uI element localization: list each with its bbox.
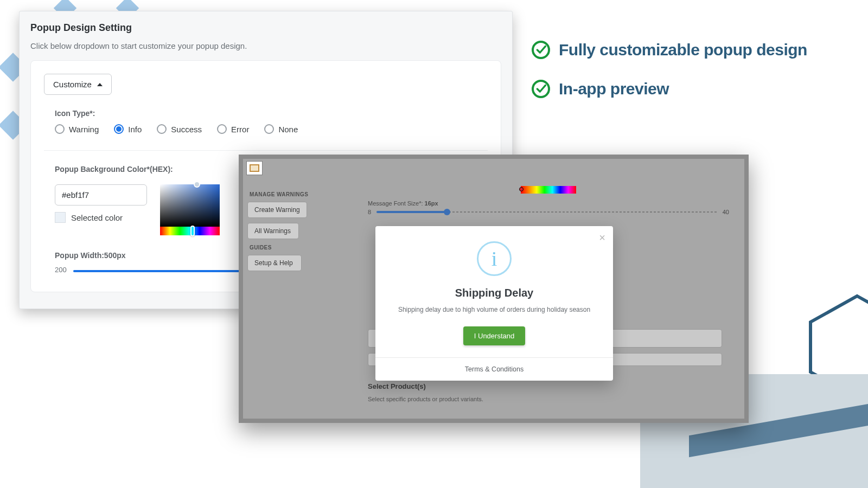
fontsize-slider[interactable]: 8 40 bbox=[368, 209, 729, 215]
radio-success-label: Success bbox=[171, 125, 202, 134]
popup-footer-link[interactable]: Terms & Conditions bbox=[375, 357, 613, 381]
sidebar-section-manage: MANAGE WARNINGS bbox=[250, 191, 346, 197]
radio-success[interactable]: Success bbox=[157, 124, 202, 134]
color-picker[interactable] bbox=[160, 184, 220, 235]
sidebar-item-create-warning[interactable]: Create Warning bbox=[247, 202, 307, 218]
icon-type-radio-group: Warning Info Success Error None bbox=[55, 124, 488, 134]
color-picker-cursor[interactable] bbox=[194, 181, 200, 188]
checkmark-icon bbox=[532, 80, 550, 98]
sidebar: MANAGE WARNINGS Create Warning All Warni… bbox=[243, 179, 353, 419]
popup-width-label: Popup Width:500px bbox=[55, 251, 126, 260]
understand-button[interactable]: I Understand bbox=[463, 326, 525, 345]
close-icon[interactable]: × bbox=[599, 232, 605, 244]
select-products-title: Select Product(s) bbox=[368, 382, 729, 390]
radio-none[interactable]: None bbox=[264, 124, 298, 134]
selected-color-row: Selected color bbox=[55, 212, 147, 223]
sidebar-section-guides: GUIDES bbox=[250, 245, 346, 251]
panel-title: Popup Design Setting bbox=[30, 22, 501, 34]
radio-warning-label: Warning bbox=[69, 125, 99, 134]
popup-message: Shipping delay due to high volume of ord… bbox=[386, 306, 602, 313]
customize-label: Customize bbox=[53, 80, 92, 89]
fontsize-min: 8 bbox=[368, 209, 371, 215]
bullet-item: In-app preview bbox=[532, 80, 807, 98]
fontsize-label: Message Font Size*: 16px bbox=[368, 200, 729, 207]
divider bbox=[44, 150, 488, 151]
panel-subtitle: Click below dropdown to start customize … bbox=[30, 41, 501, 50]
marketing-bullets: Fully customizable popup design In-app p… bbox=[532, 41, 807, 119]
bullet-text: Fully customizable popup design bbox=[559, 41, 807, 59]
bgcolor-input[interactable] bbox=[55, 184, 147, 206]
preview-popup: × i Shipping Delay Shipping delay due to… bbox=[375, 226, 613, 381]
color-swatch bbox=[55, 212, 66, 223]
sidebar-item-setup-help[interactable]: Setup & Help bbox=[247, 255, 302, 271]
info-icon: i bbox=[477, 241, 512, 276]
icon-type-label: Icon Type*: bbox=[55, 109, 488, 118]
bullet-text: In-app preview bbox=[559, 80, 669, 98]
fontsize-thumb[interactable] bbox=[444, 209, 450, 215]
select-products-subtitle: Select specific products or product vari… bbox=[368, 396, 729, 402]
popup-title: Shipping Delay bbox=[386, 287, 602, 299]
color-picker-hue[interactable] bbox=[160, 227, 220, 235]
caret-up-icon bbox=[97, 83, 103, 86]
hue-cursor[interactable] bbox=[190, 226, 195, 236]
preview-hue-slider[interactable] bbox=[521, 186, 576, 194]
radio-error-label: Error bbox=[231, 125, 249, 134]
app-logo[interactable] bbox=[246, 161, 263, 175]
radio-error[interactable]: Error bbox=[217, 124, 249, 134]
radio-warning[interactable]: Warning bbox=[55, 124, 99, 134]
hue-knob[interactable] bbox=[519, 187, 524, 191]
customize-dropdown[interactable]: Customize bbox=[44, 74, 112, 95]
width-min: 200 bbox=[55, 266, 67, 274]
preview-app-panel: MANAGE WARNINGS Create Warning All Warni… bbox=[239, 155, 749, 423]
checkmark-icon bbox=[532, 41, 550, 59]
fontsize-max: 40 bbox=[723, 209, 729, 215]
bullet-item: Fully customizable popup design bbox=[532, 41, 807, 59]
radio-info[interactable]: Info bbox=[114, 124, 142, 134]
selected-color-label: Selected color bbox=[71, 213, 123, 222]
radio-info-label: Info bbox=[128, 125, 142, 134]
radio-none-label: None bbox=[278, 125, 298, 134]
color-picker-saturation[interactable] bbox=[160, 184, 220, 227]
sidebar-item-all-warnings[interactable]: All Warnings bbox=[247, 223, 299, 239]
